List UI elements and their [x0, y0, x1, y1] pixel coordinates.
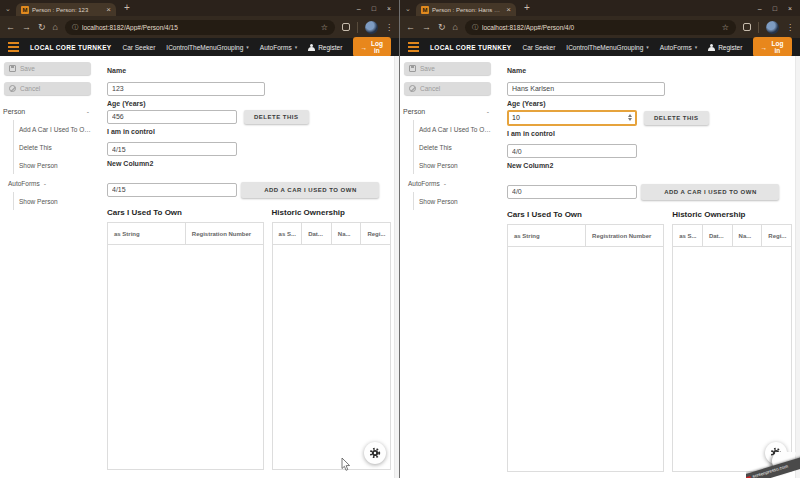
scrollbar[interactable] [394, 56, 399, 478]
save-icon [409, 65, 416, 72]
sidebar-item-add-a-car[interactable]: Add A Car I Used To Own... [14, 120, 95, 138]
new-column2-input[interactable] [107, 183, 237, 197]
address-bar: ← → ↻ ⌂ ⓘ localhost:8182/App#/Person/4/1… [0, 16, 399, 38]
browser-menu-icon[interactable]: ⋮ [385, 23, 393, 32]
new-column2-input[interactable] [507, 185, 637, 199]
register-button[interactable]: Register [308, 44, 342, 51]
browser-tab[interactable]: M Person : Person: Hans Karlsen × [416, 3, 516, 16]
close-window-button[interactable]: × [387, 5, 391, 12]
sidebar-item-show-person[interactable]: Show Person [14, 156, 95, 174]
save-button[interactable]: Save [404, 62, 491, 75]
hamburger-menu-icon[interactable] [8, 42, 19, 52]
close-tab-icon[interactable]: × [106, 6, 111, 14]
maximize-button[interactable]: □ [773, 5, 777, 12]
nav-item-autoforms[interactable]: AutoForms ▾ [260, 44, 297, 51]
back-icon[interactable]: ← [6, 23, 15, 32]
sidebar-item-show-person-autoforms[interactable]: Show Person [414, 192, 495, 210]
nav-item-autoforms[interactable]: AutoForms ▾ [660, 44, 697, 51]
back-icon[interactable]: ← [406, 23, 415, 32]
browser-tab[interactable]: M Person : Person: 123 × [16, 3, 116, 16]
brand-title[interactable]: LOCAL CORE TURNKEY [30, 44, 111, 51]
minimize-button[interactable]: – [357, 5, 361, 12]
age-input-focused[interactable] [507, 110, 637, 126]
extensions-icon[interactable] [342, 23, 350, 31]
close-tab-icon[interactable]: × [506, 6, 511, 14]
new-tab-button[interactable]: + [524, 3, 530, 13]
new-tab-button[interactable]: + [124, 3, 130, 13]
favicon: M [421, 6, 429, 14]
divider [357, 22, 358, 33]
profile-avatar[interactable] [365, 21, 378, 34]
delete-this-button[interactable]: DELETE THIS [644, 111, 709, 125]
tab-search-icon[interactable]: ⌄ [5, 5, 11, 12]
browser-window-right: ⌄ M Person : Person: Hans Karlsen × + – … [400, 0, 800, 478]
browser-menu-icon[interactable]: ⋮ [786, 23, 794, 32]
desktop: ⌄ M Person : Person: 123 × + – □ × ← → ↻… [0, 0, 800, 478]
sidebar-item-add-a-car[interactable]: Add A Car I Used To Own... [414, 120, 495, 138]
bookmark-star-icon[interactable]: ☆ [321, 23, 328, 32]
close-window-button[interactable]: × [788, 5, 792, 12]
add-car-button[interactable]: ADD A CAR I USED TO OWN [241, 182, 379, 198]
sidebar-group-autoforms[interactable]: AutoForms - [400, 174, 495, 192]
name-input[interactable] [507, 82, 665, 96]
tab-search-icon[interactable]: ⌄ [405, 5, 411, 12]
age-input[interactable] [107, 110, 237, 124]
nav-item-car-seeker[interactable]: Car Seeker [122, 44, 155, 51]
save-button[interactable]: Save [4, 62, 91, 75]
column-header-as-string: as String [508, 225, 585, 246]
chevron-down-icon: ▾ [695, 44, 698, 50]
cancel-button[interactable]: Cancel [404, 82, 491, 95]
i-am-in-control-input[interactable] [507, 144, 637, 158]
sidebar-group-items: Show Person [13, 192, 95, 210]
chevron-down-icon: ▾ [646, 44, 649, 50]
sidebar-item-show-person-autoforms[interactable]: Show Person [14, 192, 95, 210]
maximize-button[interactable]: □ [372, 5, 376, 12]
login-label: Log in [770, 40, 785, 54]
sidebar-item-show-person[interactable]: Show Person [414, 156, 495, 174]
profile-avatar[interactable] [766, 21, 779, 34]
sidebar-group-person[interactable]: Person - [0, 102, 95, 120]
scrollbar[interactable] [795, 56, 800, 478]
i-am-in-control-input[interactable] [107, 142, 237, 156]
sidebar-item-delete-this[interactable]: Delete This [414, 138, 495, 156]
login-button[interactable]: → Log in [753, 37, 792, 57]
sidebar-group-autoforms[interactable]: AutoForms - [0, 174, 95, 192]
forward-icon[interactable]: → [422, 23, 431, 32]
reload-icon[interactable]: ↻ [438, 23, 446, 32]
cancel-button[interactable]: Cancel [4, 82, 91, 95]
nav-item-car-seeker[interactable]: Car Seeker [522, 44, 555, 51]
sidebar-item-delete-this[interactable]: Delete This [14, 138, 95, 156]
sidebar-group-person[interactable]: Person - [400, 102, 495, 120]
url-field[interactable]: ⓘ localhost:8182/App#/Person/4/0 ☆ [465, 20, 736, 35]
site-info-icon[interactable]: ⓘ [72, 23, 78, 32]
bookmark-star-icon[interactable]: ☆ [722, 23, 729, 32]
historic-table-section: Historic Ownership as S... Dat... Na... … [272, 208, 391, 470]
url-text[interactable]: localhost:8182/App#/Person/4/15 [82, 24, 317, 31]
url-field[interactable]: ⓘ localhost:8182/App#/Person/4/15 ☆ [65, 20, 335, 35]
column-header-na: Na... [331, 223, 361, 244]
hamburger-menu-icon[interactable] [408, 42, 419, 52]
settings-fab[interactable] [364, 442, 386, 464]
home-icon[interactable]: ⌂ [453, 23, 458, 32]
nav-item-icontrolthemenugrouping[interactable]: IControlTheMenuGrouping ▾ [566, 44, 648, 51]
age-input[interactable] [509, 114, 628, 121]
tab-title: Person : Person: 123 [32, 7, 103, 13]
forward-icon[interactable]: → [22, 23, 31, 32]
nav-item-icontrolthemenugrouping[interactable]: IControlTheMenuGrouping ▾ [166, 44, 248, 51]
reload-icon[interactable]: ↻ [38, 23, 46, 32]
column-header-registration-number: Registration Number [585, 225, 663, 246]
person-icon [708, 44, 715, 51]
minimize-button[interactable]: – [758, 5, 762, 12]
brand-title[interactable]: LOCAL CORE TURNKEY [430, 44, 511, 51]
extensions-icon[interactable] [743, 23, 751, 31]
register-button[interactable]: Register [708, 44, 742, 51]
number-spinner-icon[interactable] [628, 114, 635, 121]
url-text[interactable]: localhost:8182/App#/Person/4/0 [482, 24, 718, 31]
delete-this-button[interactable]: DELETE THIS [244, 110, 309, 124]
cars-table-title: Cars I Used To Own [107, 208, 264, 217]
login-button[interactable]: → Log in [353, 37, 391, 57]
name-input[interactable] [107, 82, 265, 96]
site-info-icon[interactable]: ⓘ [472, 23, 478, 32]
home-icon[interactable]: ⌂ [53, 23, 58, 32]
add-car-button[interactable]: ADD A CAR I USED TO OWN [641, 184, 779, 200]
